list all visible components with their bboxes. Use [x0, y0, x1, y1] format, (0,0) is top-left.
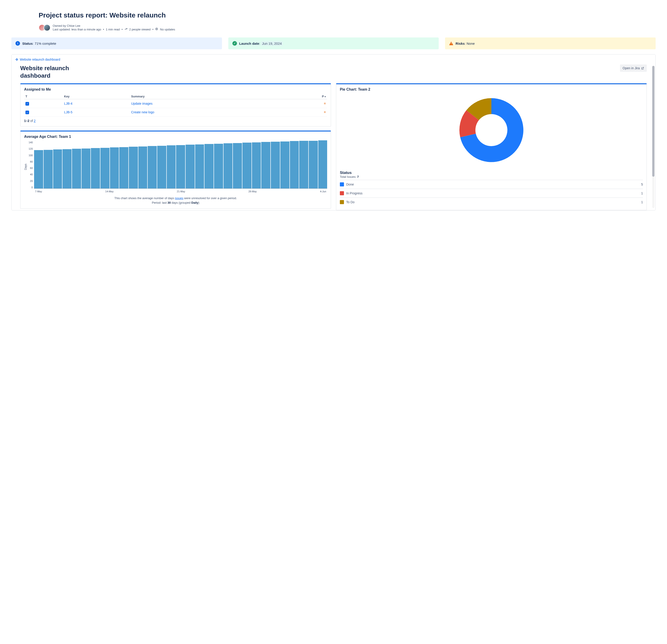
risks-value: : None	[465, 42, 475, 45]
bar[interactable]	[224, 143, 233, 188]
bar[interactable]	[119, 147, 128, 188]
bar[interactable]	[261, 142, 270, 188]
priority-medium-icon: =	[324, 102, 326, 105]
table-row[interactable]: ✓ LJB-5 Create new logo =	[24, 108, 327, 117]
x-tick: 4-Jun	[320, 190, 326, 193]
bar[interactable]	[139, 147, 147, 188]
bar[interactable]	[233, 143, 242, 188]
bar[interactable]	[280, 142, 289, 189]
info-icon: i	[15, 41, 20, 46]
donut-chart	[455, 94, 528, 166]
assigned-table: T Key Summary P ▾ ✓ LJB-4	[24, 94, 327, 117]
avatar[interactable]	[44, 24, 50, 31]
owner-avatars[interactable]	[38, 24, 50, 31]
issue-summary-link[interactable]: Update images	[131, 102, 152, 105]
assigned-title: Assigned to Me	[24, 87, 327, 92]
y-tick: 120	[29, 147, 33, 150]
bar[interactable]	[157, 146, 166, 188]
y-tick: 60	[29, 167, 33, 169]
x-tick: 21-May	[177, 190, 185, 193]
page-meta: Owned by Chloe Lee Last updated: less th…	[38, 24, 656, 31]
last-updated: Last updated: less than a minute ago	[53, 28, 101, 31]
legend-label: Done	[346, 183, 354, 186]
bar[interactable]	[53, 149, 62, 188]
status-value: : 71% complete	[33, 42, 56, 45]
bar[interactable]	[309, 141, 318, 188]
bar[interactable]	[195, 145, 204, 188]
bar[interactable]	[214, 144, 223, 188]
col-summary[interactable]: Summary	[130, 94, 287, 99]
y-tick: 80	[29, 160, 33, 163]
issue-key-link[interactable]: LJB-4	[64, 102, 72, 105]
color-swatch	[340, 191, 344, 195]
col-priority[interactable]: P ▾	[287, 94, 327, 99]
bar[interactable]	[100, 148, 110, 188]
open-in-jira-label: Open in Jira	[623, 66, 640, 70]
bar[interactable]	[205, 144, 214, 188]
priority-medium-icon: =	[324, 110, 326, 114]
legend-count: 1	[641, 192, 643, 195]
bar[interactable]	[34, 150, 43, 188]
bar[interactable]	[176, 145, 185, 188]
chart-description: This chart shows the average number of d…	[24, 196, 327, 205]
bar[interactable]	[167, 145, 176, 188]
pager-of: of	[29, 119, 34, 122]
bar-chart	[34, 141, 327, 189]
bar[interactable]	[148, 146, 157, 188]
separator: •	[121, 28, 123, 31]
status-label: Status	[22, 42, 33, 45]
status-card-risks: Risks: None	[445, 37, 656, 49]
bar[interactable]	[82, 149, 91, 188]
scrollbar-thumb[interactable]	[652, 66, 654, 177]
analytics-icon	[125, 28, 128, 31]
dashboard-link-text[interactable]: Website relaunch dashboard	[20, 58, 60, 61]
bar[interactable]	[271, 142, 280, 188]
legend-count: 1	[641, 200, 643, 204]
scrollbar[interactable]	[652, 66, 654, 208]
x-axis-ticks: 7-May14-May21-May28-May4-Jun	[34, 190, 327, 193]
bar[interactable]	[185, 145, 195, 188]
y-tick: 20	[29, 180, 33, 182]
bar[interactable]	[129, 147, 138, 188]
bar[interactable]	[110, 147, 119, 188]
dashboard-source-link[interactable]: Website relaunch dashboard	[12, 54, 655, 63]
pie-title: Pie Chart: Team 2	[340, 87, 643, 92]
table-row[interactable]: ✓ LJB-4 Update images =	[24, 99, 327, 108]
bar[interactable]	[299, 141, 308, 188]
issue-summary-link[interactable]: Create new logo	[131, 110, 154, 114]
bar[interactable]	[72, 149, 81, 188]
x-tick: 7-May	[35, 190, 42, 193]
bar[interactable]	[318, 141, 327, 188]
y-tick: 0	[29, 186, 33, 189]
svg-point-0	[156, 28, 158, 30]
legend-row[interactable]: To Do1	[340, 198, 643, 207]
assigned-to-me-gadget: Assigned to Me T Key Summary P ▾	[20, 83, 331, 127]
bar[interactable]	[44, 150, 53, 188]
legend-row[interactable]: Done5	[340, 180, 643, 189]
x-tick: 28-May	[248, 190, 257, 193]
status-cards-row: i Status: 71% complete ✓ Launch date: Ju…	[11, 37, 656, 49]
page-title: Project status report: Website relaunch	[38, 11, 656, 19]
y-tick: 100	[29, 154, 33, 157]
launch-date[interactable]: Jun 19, 2024	[261, 41, 282, 46]
y-tick: 40	[29, 173, 33, 176]
issue-key-link[interactable]: LJB-5	[64, 110, 72, 114]
color-swatch	[340, 200, 344, 204]
bar[interactable]	[252, 143, 261, 188]
open-in-jira-button[interactable]: Open in Jira	[620, 65, 647, 72]
bar[interactable]	[242, 143, 251, 188]
col-type[interactable]: T	[24, 94, 63, 99]
pager: 1–2 of 2	[24, 119, 327, 122]
legend-row[interactable]: In Progress1	[340, 189, 643, 198]
task-icon: ✓	[26, 102, 29, 105]
updates-status[interactable]: No updates	[160, 28, 175, 31]
risks-label: Risks	[455, 42, 465, 45]
pager-total-link[interactable]: 2	[34, 119, 36, 122]
col-key[interactable]: Key	[63, 94, 130, 99]
viewed-count[interactable]: 2 people viewed	[129, 28, 151, 31]
bar[interactable]	[63, 149, 71, 188]
bar[interactable]	[91, 148, 100, 188]
issues-link[interactable]: issues	[175, 196, 183, 200]
pie-chart-gadget: Pie Chart: Team 2 Status Total Issues: 7…	[336, 83, 647, 210]
bar[interactable]	[290, 141, 299, 188]
